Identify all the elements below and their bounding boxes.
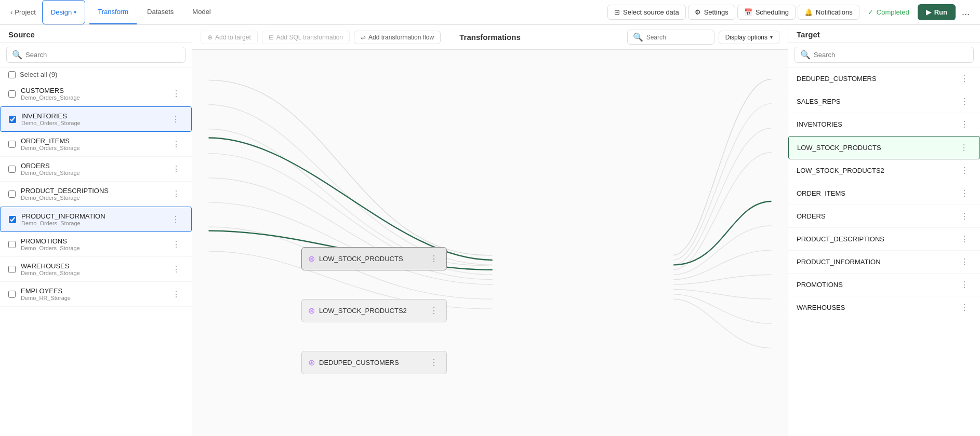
source-panel-header: Source [0,25,192,43]
source-item-menu-icon[interactable]: ⋮ [168,113,183,125]
target-item[interactable]: SALES_REPS ⋮ [788,90,980,113]
check-circle-icon: ✓ [868,8,873,16]
tab-transform[interactable]: Transform [89,0,137,24]
bell-icon: 🔔 [804,8,813,16]
source-item-checkbox[interactable] [8,266,16,273]
transform-node-low-stock-products[interactable]: ⊗ LOW_STOCK_PRODUCTS ⋮ [301,247,447,270]
node-menu-icon[interactable]: ⋮ [428,253,440,265]
target-item-menu-icon[interactable]: ⋮ [957,279,972,291]
source-search-box: 🔍 [6,47,186,63]
target-item[interactable]: DEDUPED_CUSTOMERS ⋮ [788,67,980,90]
calendar-icon: 📅 [744,8,752,16]
source-item-checkbox[interactable] [8,190,16,198]
source-item-menu-icon[interactable]: ⋮ [169,288,183,300]
target-item[interactable]: ORDER_ITEMS ⋮ [788,182,980,205]
source-search-input[interactable] [25,51,180,59]
source-item-checkbox[interactable] [8,90,16,98]
add-sql-transformation-button[interactable]: ⊟ Add SQL transformation [262,31,350,44]
target-item-name: PRODUCT_DESCRIPTIONS [797,235,953,243]
source-item[interactable]: ORDERS Demo_Orders_Storage ⋮ [0,157,192,182]
source-item-info: CUSTOMERS Demo_Orders_Storage [21,87,164,101]
source-item-menu-icon[interactable]: ⋮ [168,213,183,225]
source-item[interactable]: INVENTORIES Demo_Orders_Storage ⋮ [0,106,192,132]
target-item-menu-icon[interactable]: ⋮ [957,73,972,85]
display-options-button[interactable]: Display options ▾ [719,31,779,44]
notifications-button[interactable]: 🔔 Notifications [798,5,859,20]
source-item[interactable]: PRODUCT_DESCRIPTIONS Demo_Orders_Storage… [0,182,192,207]
source-item-name: WAREHOUSES [21,262,164,270]
add-to-target-button[interactable]: ⊕ Add to target [201,31,258,44]
target-item[interactable]: PRODUCT_INFORMATION ⋮ [788,251,980,274]
source-item-subtitle: Demo_Orders_Storage [21,195,164,201]
source-item[interactable]: WAREHOUSES Demo_Orders_Storage ⋮ [0,257,192,282]
tab-design[interactable]: Design ▾ [42,0,85,24]
target-item[interactable]: PROMOTIONS ⋮ [788,274,980,296]
source-item-name: PROMOTIONS [21,237,164,245]
transform-node-low-stock-products2[interactable]: ⊗ LOW_STOCK_PRODUCTS2 ⋮ [301,299,447,322]
target-item-name: PROMOTIONS [797,281,953,289]
source-item-checkbox[interactable] [9,216,16,223]
target-item[interactable]: PRODUCT_DESCRIPTIONS ⋮ [788,228,980,251]
select-all-checkbox[interactable] [8,71,16,78]
source-item-info: PRODUCT_INFORMATION Demo_Orders_Storage [21,212,163,226]
target-item-menu-icon[interactable]: ⋮ [957,187,972,199]
target-item[interactable]: WAREHOUSES ⋮ [788,296,980,319]
search-icon: 🔍 [12,50,22,60]
source-item-info: ORDER_ITEMS Demo_Orders_Storage [21,137,164,151]
transform-node-icon2: ⊗ [308,306,315,316]
target-panel-header: Target [788,25,980,43]
back-arrow-icon: ‹ [10,8,12,16]
source-item-menu-icon[interactable]: ⋮ [169,138,183,150]
design-label: Design [51,8,72,16]
run-button[interactable]: ▶ Run [918,4,956,20]
select-source-data-button[interactable]: ⊞ Select source data [607,5,686,20]
target-item-menu-icon[interactable]: ⋮ [957,210,972,222]
tab-model[interactable]: Model [184,0,219,24]
source-item-subtitle: Demo_Orders_Storage [21,170,164,176]
settings-button[interactable]: ⚙ Settings [688,5,735,20]
source-item[interactable]: ORDER_ITEMS Demo_Orders_Storage ⋮ [0,132,192,157]
target-search-input[interactable] [814,51,968,59]
target-item-menu-icon[interactable]: ⋮ [957,233,972,245]
play-icon: ▶ [926,8,931,16]
project-label: Project [15,8,35,16]
node-menu-icon3[interactable]: ⋮ [428,357,440,369]
source-item[interactable]: PRODUCT_INFORMATION Demo_Orders_Storage … [0,207,192,232]
source-item-checkbox[interactable] [8,241,16,248]
source-item[interactable]: EMPLOYEES Demo_HR_Storage ⋮ [0,282,192,307]
node-menu-icon2[interactable]: ⋮ [428,305,440,317]
target-item[interactable]: LOW_STOCK_PRODUCTS2 ⋮ [788,159,980,182]
source-item-name: CUSTOMERS [21,87,164,94]
source-item-checkbox[interactable] [8,291,16,298]
source-item-info: ORDERS Demo_Orders_Storage [21,162,164,176]
tab-datasets[interactable]: Datasets [139,0,182,24]
target-item[interactable]: ORDERS ⋮ [788,205,980,228]
add-target-icon: ⊕ [207,34,213,41]
source-item-checkbox[interactable] [8,141,16,148]
target-item-menu-icon[interactable]: ⋮ [957,142,971,154]
target-item[interactable]: INVENTORIES ⋮ [788,113,980,136]
more-options-button[interactable]: ... [958,5,974,20]
target-item-menu-icon[interactable]: ⋮ [957,165,972,176]
scheduling-button[interactable]: 📅 Scheduling [737,5,796,20]
source-item-checkbox[interactable] [8,166,16,173]
target-item-name: INVENTORIES [797,120,953,128]
target-item-menu-icon[interactable]: ⋮ [957,118,972,130]
source-item-name: PRODUCT_INFORMATION [21,212,163,220]
target-item-menu-icon[interactable]: ⋮ [957,96,972,107]
source-item-menu-icon[interactable]: ⋮ [169,263,183,275]
source-item-menu-icon[interactable]: ⋮ [169,88,183,100]
source-item-menu-icon[interactable]: ⋮ [169,163,183,175]
transform-node-deduped-customers[interactable]: ⊛ DEDUPED_CUSTOMERS ⋮ [301,351,447,374]
back-to-project[interactable]: ‹ Project [6,6,40,18]
add-transformation-flow-button[interactable]: ⇌ Add transformation flow [354,31,441,44]
target-item[interactable]: LOW_STOCK_PRODUCTS ⋮ [788,136,980,159]
source-item[interactable]: PROMOTIONS Demo_Orders_Storage ⋮ [0,232,192,257]
source-item-menu-icon[interactable]: ⋮ [169,188,183,200]
source-item-checkbox[interactable] [9,116,16,123]
target-item-menu-icon[interactable]: ⋮ [957,302,972,314]
target-item-menu-icon[interactable]: ⋮ [957,256,972,268]
transform-search-input[interactable] [646,34,709,41]
source-item[interactable]: CUSTOMERS Demo_Orders_Storage ⋮ [0,81,192,106]
source-item-menu-icon[interactable]: ⋮ [169,238,183,250]
